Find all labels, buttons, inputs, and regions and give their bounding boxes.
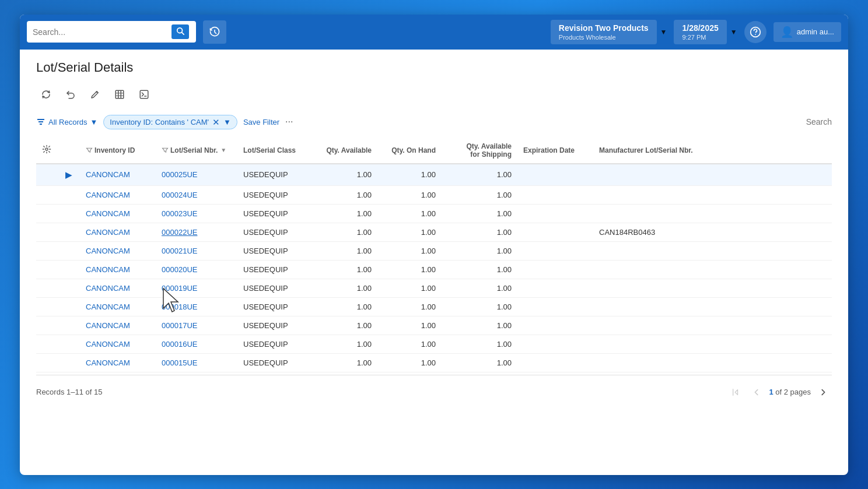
- row-mfr-lot: CAN184RB0463: [593, 223, 832, 241]
- fit-icon: [114, 89, 125, 100]
- row-settings-cell: [36, 185, 57, 204]
- row-expiration-date: [517, 164, 593, 186]
- row-lot-serial-class: USEDEQUIP: [237, 164, 313, 186]
- row-lot-serial-class: USEDEQUIP: [237, 297, 313, 316]
- row-qty-available: 1.00: [313, 297, 377, 316]
- row-qty-avail-shipping: 1.00: [442, 297, 517, 316]
- toolbar: [36, 85, 832, 104]
- row-qty-on-hand: 1.00: [377, 241, 442, 260]
- row-qty-avail-shipping: 1.00: [442, 279, 517, 297]
- filter-bar: All Records ▼ Inventory ID: Contains ' C…: [36, 115, 832, 129]
- row-lot-serial-nbr[interactable]: 000022UE: [156, 223, 237, 241]
- next-page-button[interactable]: [814, 384, 832, 401]
- all-records-button[interactable]: All Records ▼: [36, 117, 97, 126]
- search-input[interactable]: [33, 27, 167, 37]
- row-lot-serial-nbr[interactable]: 000020UE: [156, 260, 237, 279]
- row-settings-cell: [36, 223, 57, 241]
- user-button[interactable]: 👤 admin au...: [774, 22, 841, 42]
- expand-button[interactable]: ▶: [63, 169, 74, 181]
- row-lot-serial-nbr[interactable]: 000025UE: [156, 164, 237, 186]
- row-lot-serial-class: USEDEQUIP: [237, 223, 313, 241]
- row-inventory-id[interactable]: CANONCAM: [80, 164, 156, 186]
- row-mfr-lot: [593, 164, 832, 186]
- refresh-button[interactable]: [36, 85, 56, 104]
- row-qty-on-hand: 1.00: [377, 260, 442, 279]
- svg-point-3: [755, 34, 756, 35]
- save-filter-button[interactable]: Save Filter: [243, 118, 279, 126]
- filter-chip-close-button[interactable]: ✕: [212, 118, 220, 126]
- row-inventory-id[interactable]: CANONCAM: [80, 241, 156, 260]
- first-page-icon: [732, 388, 740, 396]
- row-qty-on-hand: 1.00: [377, 185, 442, 204]
- prev-page-button[interactable]: [748, 384, 765, 401]
- row-lot-serial-nbr[interactable]: 000021UE: [156, 241, 237, 260]
- datetime-time: 9:27 PM: [682, 34, 706, 41]
- row-inventory-id[interactable]: CANONCAM: [80, 223, 156, 241]
- col-qty-avail-shipping-label: Qty. Availablefor Shipping: [466, 142, 512, 159]
- row-lot-serial-class: USEDEQUIP: [237, 335, 313, 353]
- row-qty-available: 1.00: [313, 223, 377, 241]
- row-expiration-date: [517, 241, 593, 260]
- row-inventory-id[interactable]: CANONCAM: [80, 353, 156, 372]
- row-qty-available: 1.00: [313, 316, 377, 335]
- row-expand-cell: [57, 297, 80, 316]
- first-page-button[interactable]: [727, 384, 744, 401]
- row-settings-cell: [36, 335, 57, 353]
- all-records-dropdown-icon: ▼: [90, 118, 97, 126]
- filter-chip: Inventory ID: Contains ' CAM' ✕ ▼: [103, 115, 237, 129]
- row-mfr-lot: [593, 241, 832, 260]
- datetime-selector-button[interactable]: 1/28/2025 9:27 PM: [674, 20, 726, 44]
- row-lot-serial-nbr[interactable]: 000023UE: [156, 204, 237, 223]
- column-settings-icon[interactable]: [42, 145, 51, 154]
- row-lot-serial-nbr[interactable]: 000016UE: [156, 335, 237, 353]
- table-row: CANONCAM000021UEUSEDEQUIP1.001.001.00: [36, 241, 832, 260]
- row-lot-serial-class: USEDEQUIP: [237, 241, 313, 260]
- row-expiration-date: [517, 316, 593, 335]
- history-button[interactable]: [203, 20, 226, 44]
- filter-chip-label: Inventory ID: Contains ' CAM': [110, 118, 209, 126]
- row-lot-serial-nbr[interactable]: 000019UE: [156, 279, 237, 297]
- row-lot-serial-nbr[interactable]: 000017UE: [156, 316, 237, 335]
- row-inventory-id[interactable]: CANONCAM: [80, 335, 156, 353]
- export-excel-button[interactable]: [134, 85, 154, 104]
- filter-chip-dropdown-icon[interactable]: ▼: [223, 118, 231, 126]
- excel-icon: [139, 89, 149, 100]
- row-inventory-id[interactable]: CANONCAM: [80, 185, 156, 204]
- company-name: Revision Two Products: [559, 23, 649, 33]
- fit-columns-button[interactable]: [110, 85, 130, 104]
- row-qty-on-hand: 1.00: [377, 164, 442, 186]
- search-button[interactable]: [172, 24, 189, 39]
- row-inventory-id[interactable]: CANONCAM: [80, 260, 156, 279]
- row-expand-cell: [57, 279, 80, 297]
- help-button[interactable]: [744, 21, 766, 43]
- sort-descending-icon: ▼: [220, 147, 226, 153]
- table-row: CANONCAM000015UEUSEDEQUIP1.001.001.00: [36, 353, 832, 372]
- row-lot-serial-nbr[interactable]: 000018UE: [156, 297, 237, 316]
- table-row: CANONCAM000019UEUSEDEQUIP1.001.001.00: [36, 279, 832, 297]
- company-selector-button[interactable]: Revision Two Products Products Wholesale: [551, 20, 657, 44]
- row-lot-serial-class: USEDEQUIP: [237, 316, 313, 335]
- history-icon: [209, 26, 220, 38]
- row-expiration-date: [517, 297, 593, 316]
- col-inventory-id-label: Inventory ID: [94, 146, 135, 154]
- svg-line-1: [182, 33, 184, 35]
- row-expand-cell: [57, 353, 80, 372]
- row-inventory-id[interactable]: CANONCAM: [80, 204, 156, 223]
- undo-button[interactable]: [61, 85, 80, 104]
- table-row: CANONCAM000020UEUSEDEQUIP1.001.001.00: [36, 260, 832, 279]
- filter-search-input[interactable]: [762, 117, 832, 126]
- row-lot-serial-nbr[interactable]: 000015UE: [156, 353, 237, 372]
- row-settings-cell: [36, 241, 57, 260]
- row-qty-avail-shipping: 1.00: [442, 241, 517, 260]
- row-qty-avail-shipping: 1.00: [442, 316, 517, 335]
- row-expiration-date: [517, 353, 593, 372]
- more-options-button[interactable]: ···: [285, 117, 293, 127]
- col-inventory-id-header: Inventory ID: [80, 138, 156, 164]
- row-inventory-id[interactable]: CANONCAM: [80, 279, 156, 297]
- user-icon: 👤: [780, 26, 793, 38]
- edit-button[interactable]: [85, 85, 105, 104]
- row-lot-serial-nbr[interactable]: 000024UE: [156, 185, 237, 204]
- row-inventory-id[interactable]: CANONCAM: [80, 297, 156, 316]
- row-inventory-id[interactable]: CANONCAM: [80, 316, 156, 335]
- row-expiration-date: [517, 260, 593, 279]
